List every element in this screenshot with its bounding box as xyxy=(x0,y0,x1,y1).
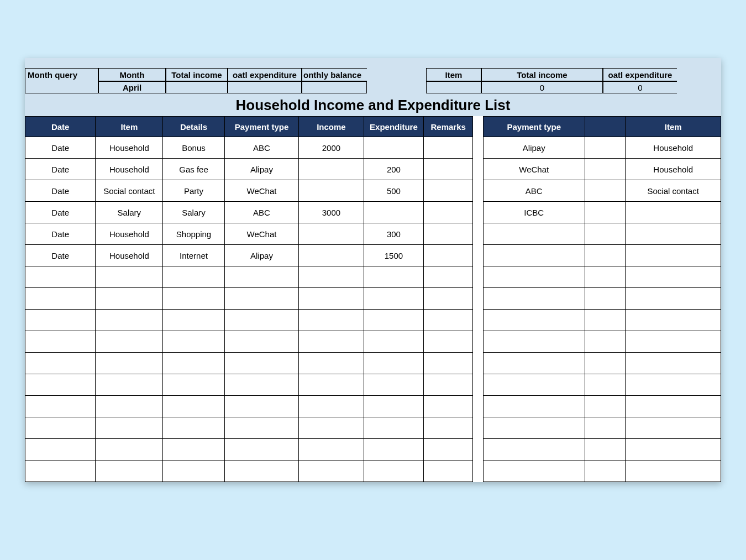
cell-item[interactable] xyxy=(96,266,163,288)
cell-ptype[interactable] xyxy=(224,331,299,353)
total-income-value[interactable] xyxy=(166,81,228,93)
side-cell-ptype[interactable] xyxy=(484,374,585,396)
cell-item[interactable] xyxy=(96,353,163,374)
side-cell-ptype[interactable]: ICBC xyxy=(484,202,585,223)
cell-income[interactable] xyxy=(299,439,364,460)
side-cell-item[interactable]: Household xyxy=(626,137,721,159)
cell-exp[interactable]: 300 xyxy=(364,223,424,245)
cell-date[interactable] xyxy=(25,353,96,374)
cell-ptype[interactable] xyxy=(224,310,299,331)
side-cell-ptype[interactable] xyxy=(484,331,585,353)
cell-exp[interactable] xyxy=(364,439,424,460)
cell-remarks[interactable] xyxy=(424,288,473,310)
cell-ptype[interactable] xyxy=(224,439,299,460)
cell-remarks[interactable] xyxy=(424,137,473,159)
cell-details[interactable] xyxy=(163,353,224,374)
cell-income[interactable] xyxy=(299,180,364,202)
cell-ptype[interactable]: ABC xyxy=(224,202,299,223)
cell-ptype[interactable] xyxy=(224,353,299,374)
cell-income[interactable] xyxy=(299,266,364,288)
cell-details[interactable] xyxy=(163,331,224,353)
cell-item[interactable] xyxy=(96,331,163,353)
side-cell-ptype[interactable] xyxy=(484,223,585,245)
side-cell-item[interactable] xyxy=(626,245,721,266)
side-cell-blank[interactable] xyxy=(585,266,626,288)
side-cell-ptype[interactable]: Alipay xyxy=(484,137,585,159)
side-cell-ptype[interactable] xyxy=(484,310,585,331)
cell-ptype[interactable]: ABC xyxy=(224,137,299,159)
cell-remarks[interactable] xyxy=(424,353,473,374)
side-cell-blank[interactable] xyxy=(585,417,626,439)
cell-details[interactable]: Internet xyxy=(163,245,224,266)
side-cell-ptype[interactable] xyxy=(484,245,585,266)
side-cell-ptype[interactable] xyxy=(484,396,585,417)
side-cell-blank[interactable] xyxy=(585,353,626,374)
cell-date[interactable]: Date xyxy=(25,202,96,223)
side-cell-item[interactable] xyxy=(626,288,721,310)
cell-details[interactable] xyxy=(163,310,224,331)
cell-date[interactable] xyxy=(25,417,96,439)
side-cell-blank[interactable] xyxy=(585,288,626,310)
side-cell-item[interactable] xyxy=(626,310,721,331)
cell-remarks[interactable] xyxy=(424,439,473,460)
side-cell-blank[interactable] xyxy=(585,460,626,482)
side-cell-blank[interactable] xyxy=(585,439,626,460)
cell-item[interactable]: Social contact xyxy=(96,180,163,202)
cell-income[interactable] xyxy=(299,396,364,417)
cell-date[interactable]: Date xyxy=(25,245,96,266)
side-cell-item[interactable] xyxy=(626,353,721,374)
cell-date[interactable] xyxy=(25,460,96,482)
side-cell-blank[interactable] xyxy=(585,310,626,331)
side-cell-ptype[interactable] xyxy=(484,439,585,460)
cell-item[interactable] xyxy=(96,396,163,417)
cell-income[interactable] xyxy=(299,374,364,396)
cell-date[interactable] xyxy=(25,288,96,310)
cell-exp[interactable] xyxy=(364,137,424,159)
cell-date[interactable]: Date xyxy=(25,223,96,245)
cell-income[interactable] xyxy=(299,331,364,353)
side-cell-ptype[interactable] xyxy=(484,353,585,374)
cell-details[interactable] xyxy=(163,374,224,396)
cell-remarks[interactable] xyxy=(424,374,473,396)
cell-date[interactable] xyxy=(25,331,96,353)
cell-item[interactable] xyxy=(96,310,163,331)
side-cell-item[interactable]: Social contact xyxy=(626,180,721,202)
side-cell-blank[interactable] xyxy=(585,159,626,180)
cell-ptype[interactable] xyxy=(224,266,299,288)
cell-exp[interactable] xyxy=(364,310,424,331)
cell-exp[interactable] xyxy=(364,266,424,288)
cell-remarks[interactable] xyxy=(424,223,473,245)
cell-exp[interactable]: 200 xyxy=(364,159,424,180)
side-cell-item[interactable] xyxy=(626,396,721,417)
cell-item[interactable] xyxy=(96,439,163,460)
cell-details[interactable]: Party xyxy=(163,180,224,202)
cell-income[interactable]: 3000 xyxy=(299,202,364,223)
cell-date[interactable] xyxy=(25,310,96,331)
cell-details[interactable]: Salary xyxy=(163,202,224,223)
side-cell-item[interactable] xyxy=(626,417,721,439)
side-cell-item[interactable] xyxy=(626,266,721,288)
cell-remarks[interactable] xyxy=(424,159,473,180)
cell-details[interactable] xyxy=(163,417,224,439)
side-cell-item[interactable] xyxy=(626,460,721,482)
cell-income[interactable] xyxy=(299,417,364,439)
cell-item[interactable]: Household xyxy=(96,137,163,159)
cell-exp[interactable] xyxy=(364,396,424,417)
cell-income[interactable] xyxy=(299,288,364,310)
side-cell-blank[interactable] xyxy=(585,223,626,245)
side-cell-item[interactable] xyxy=(626,331,721,353)
side-cell-ptype[interactable] xyxy=(484,266,585,288)
cell-ptype[interactable] xyxy=(224,288,299,310)
cell-item[interactable] xyxy=(96,374,163,396)
side-cell-blank[interactable] xyxy=(585,396,626,417)
side-cell-blank[interactable] xyxy=(585,374,626,396)
cell-exp[interactable] xyxy=(364,288,424,310)
cell-exp[interactable] xyxy=(364,353,424,374)
side-cell-blank[interactable] xyxy=(585,245,626,266)
side-cell-ptype[interactable] xyxy=(484,288,585,310)
cell-income[interactable] xyxy=(299,159,364,180)
cell-exp[interactable]: 500 xyxy=(364,180,424,202)
side-cell-item[interactable] xyxy=(626,374,721,396)
cell-exp[interactable] xyxy=(364,460,424,482)
cell-ptype[interactable]: Alipay xyxy=(224,159,299,180)
